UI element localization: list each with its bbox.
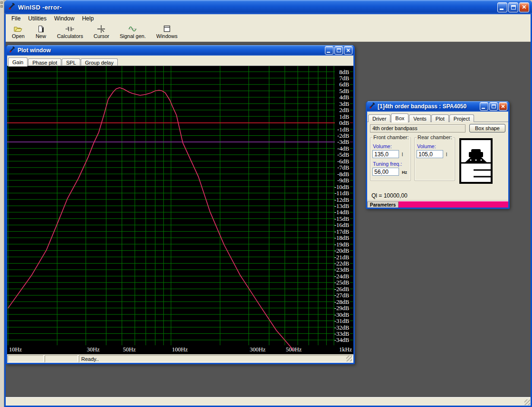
menu-bar: FileUtilitiesWindowHelp [6,14,531,22]
tab-vents[interactable]: Vents [409,114,431,122]
svg-text:6dB: 6dB [339,81,349,88]
svg-text:-24dB: -24dB [334,273,349,280]
tuning-freq-input[interactable] [372,168,399,176]
svg-text:-21dB: -21dB [334,254,349,261]
tab-box[interactable]: Box [391,114,408,123]
box-shape-button[interactable]: Box shape [469,124,505,133]
plot-window-title: Plot window [18,47,325,54]
tab-phase-plot[interactable]: Phase plot [28,58,61,66]
design-tab-row: DriverBoxVentsPlotProject [367,112,508,122]
svg-text:2dB: 2dB [339,107,349,114]
plot-window-wrench-icon [9,46,15,55]
svg-text:-2dB: -2dB [337,133,349,139]
design-minimize-button[interactable] [480,102,488,111]
tab-project[interactable]: Project [449,114,474,122]
svg-text:-8dB: -8dB [337,171,349,178]
svg-text:300Hz: 300Hz [250,346,266,353]
svg-text:-31dB: -31dB [334,318,349,324]
calculators-button[interactable]: Calculators [54,23,86,40]
status-pane-2 [45,355,78,362]
svg-text:-13dB: -13dB [334,203,349,209]
maximize-button[interactable] [508,2,518,12]
design-close-button[interactable]: ✕ [499,102,507,111]
svg-text:-27dB: -27dB [334,292,349,299]
cursor-button[interactable]: Cursor [90,23,113,40]
toolbar-button-label: Windows [156,33,178,39]
svg-text:-26dB: -26dB [334,286,349,293]
design-window-wrench-icon [369,102,375,111]
svg-text:-18dB: -18dB [334,235,349,241]
plot-minimize-button[interactable] [325,46,333,55]
box-type-combobox[interactable]: 4th order bandpass [370,124,466,133]
svg-text:-25dB: -25dB [334,279,349,286]
tuning-freq-label: Tuning freq.: [373,161,408,167]
minimize-button[interactable] [497,2,507,12]
main-statusbar [6,397,531,406]
menu-utilities[interactable]: Utilities [24,15,50,22]
ql-value-text: Ql = 10000,00 [371,192,505,201]
main-window: WinISD -error- ✕ FileUtilitiesWindowHelp… [4,0,532,407]
main-window-title: WinISD -error- [18,4,497,11]
svg-text:30Hz: 30Hz [87,346,100,353]
open-button[interactable]: Open [9,23,28,40]
svg-text:-28dB: -28dB [334,299,349,305]
svg-text:-12dB: -12dB [334,197,349,203]
svg-text:-1dB: -1dB [337,126,349,133]
rear-chamber-group: Rear chamber: Volume: l [414,137,455,181]
design-maximize-button[interactable] [489,102,498,111]
tab-gain[interactable]: Gain [8,57,28,66]
svg-text:-34dB: -34dB [334,337,349,343]
svg-text:5dB: 5dB [339,88,349,95]
toolbar-button-label: Calculators [57,33,83,39]
windows-button[interactable]: Windows [153,23,181,40]
open-folder-icon [14,25,22,33]
main-resize-grip[interactable] [524,399,530,405]
box-tab-panel: 4th order bandpass Box shape Front chamb… [367,122,508,201]
tab-plot[interactable]: Plot [431,114,449,122]
box-shape-diagram [459,138,493,186]
gain-plot-canvas[interactable]: 8dB7dB6dB5dB4dB3dB2dB1dB0dB-1dB-2dB-3dB-… [7,66,353,354]
svg-text:10Hz: 10Hz [9,346,22,353]
svg-text:-3dB: -3dB [337,139,349,145]
svg-text:0dB: 0dB [339,120,349,126]
plot-maximize-button[interactable] [334,46,343,55]
menu-help[interactable]: Help [78,15,98,22]
tab-group-delay[interactable]: Group delay [81,58,118,66]
close-button[interactable]: ✕ [519,2,529,12]
menu-window[interactable]: Window [50,15,78,22]
calculator-circuit-icon [66,25,74,33]
front-volume-unit: l [402,152,403,157]
svg-text:-22dB: -22dB [334,260,349,267]
rear-volume-input[interactable] [417,150,443,158]
front-volume-input[interactable] [372,150,399,158]
tab-driver[interactable]: Driver [368,114,390,122]
resize-grip[interactable] [346,356,352,361]
svg-text:7dB: 7dB [339,75,349,82]
background-sliver-mark [0,1,3,4]
tab-spl[interactable]: SPL [62,58,80,66]
rear-volume-label: Volume: [417,143,453,149]
toolbar-button-label: Open [12,33,25,39]
parameters-tab[interactable]: Parameters [367,201,399,208]
design-window-title: [1]4th order bandpass : SPA4050 [378,103,480,110]
svg-text:-4dB: -4dB [337,145,349,152]
new-button[interactable]: New [32,23,50,40]
svg-text:1dB: 1dB [339,114,349,120]
background-sliver-mark [0,5,3,8]
main-titlebar[interactable]: WinISD -error- ✕ [4,0,532,14]
svg-text:-32dB: -32dB [334,324,349,331]
rear-chamber-caption: Rear chamber: [417,134,453,140]
plot-window: Plot window ✕ GainPhase plotSPLGroup del… [6,45,355,364]
svg-text:-10dB: -10dB [334,184,349,190]
plot-window-titlebar[interactable]: Plot window ✕ [7,45,354,56]
design-window-titlebar[interactable]: [1]4th order bandpass : SPA4050 ✕ [367,101,509,112]
svg-text:1kHz: 1kHz [339,346,352,353]
menu-file[interactable]: File [8,15,24,22]
plot-close-button[interactable]: ✕ [344,46,352,55]
svg-text:-14dB: -14dB [334,209,349,216]
svg-text:-29dB: -29dB [334,305,349,312]
bandpass-design-window: [1]4th order bandpass : SPA4050 ✕ Driver… [366,101,510,209]
toolbar-button-label: New [36,33,46,39]
signal-gen--button[interactable]: Signal gen. [116,23,149,40]
status-message-text: Ready.. [81,356,99,362]
